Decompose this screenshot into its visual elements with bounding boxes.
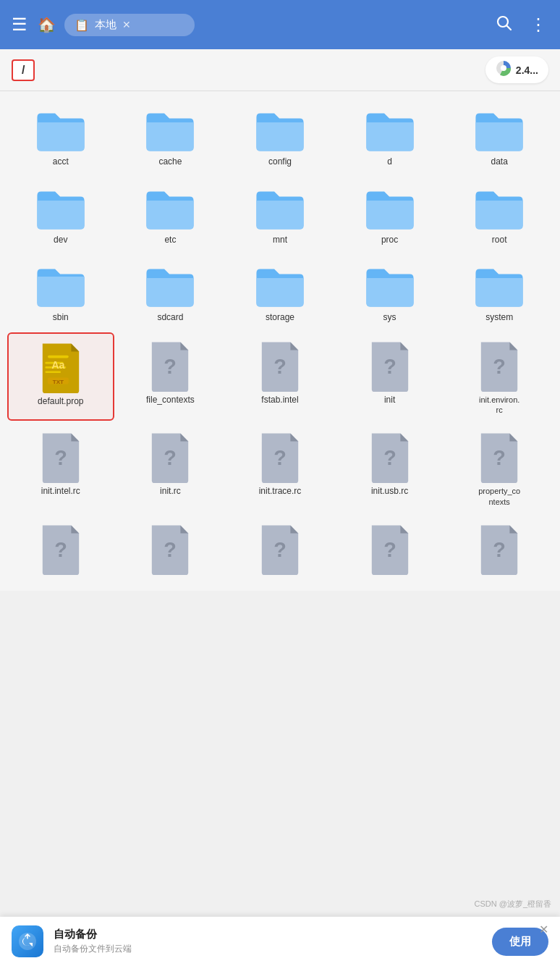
unknown-file-icon: ? xyxy=(254,340,306,392)
bottom-banner: ✕ 自动备份 自动备份文件到云端 使用 xyxy=(0,917,560,966)
file-init-rc[interactable]: ? init.rc xyxy=(117,424,224,513)
svg-text:?: ? xyxy=(54,446,67,469)
folder-etc[interactable]: etc xyxy=(117,177,224,252)
svg-text:?: ? xyxy=(383,538,396,561)
folder-label: system xyxy=(485,312,513,324)
folder-mnt[interactable]: mnt xyxy=(226,177,334,252)
folder-icon xyxy=(470,184,528,232)
folder-d[interactable]: d xyxy=(336,98,444,174)
file-unknown-4[interactable]: ? xyxy=(336,516,444,584)
file-unknown-2[interactable]: ? xyxy=(117,516,224,584)
folder-icon xyxy=(251,184,309,232)
file-label: init.intel.rc xyxy=(41,486,80,497)
svg-text:?: ? xyxy=(273,446,287,469)
folder-system[interactable]: system xyxy=(446,254,553,329)
folder-sdcard[interactable]: sdcard xyxy=(117,254,224,329)
breadcrumb-bar: / 2.4... xyxy=(0,49,560,91)
file-label: init.rc xyxy=(160,486,181,497)
file-init-intel-rc[interactable]: ? init.intel.rc xyxy=(7,424,114,513)
folder-label: d xyxy=(387,156,392,168)
local-tab[interactable]: 📋 本地 ✕ xyxy=(64,14,195,36)
file-init-usb-rc[interactable]: ? init.usb.rc xyxy=(336,424,444,513)
banner-text: 自动备份 自动备份文件到云端 xyxy=(54,928,482,955)
svg-point-3 xyxy=(501,65,506,71)
folder-icon xyxy=(470,106,528,154)
breadcrumb[interactable]: / xyxy=(12,59,35,81)
unknown-file-icon: ? xyxy=(254,431,306,483)
svg-text:?: ? xyxy=(164,355,177,378)
storage-info: 2.4... xyxy=(485,56,548,83)
folder-label: root xyxy=(492,235,507,246)
folder-acct[interactable]: acct xyxy=(7,98,114,174)
search-icon[interactable] xyxy=(495,14,512,35)
file-init-environ-rc[interactable]: ? init.environ.rc xyxy=(446,332,553,421)
svg-text:?: ? xyxy=(493,538,506,561)
svg-rect-4 xyxy=(48,356,69,358)
folder-sys[interactable]: sys xyxy=(336,254,444,329)
folder-icon xyxy=(32,106,90,154)
file-property-contexts[interactable]: ? property_contexts xyxy=(446,424,553,513)
folder-icon xyxy=(470,261,528,309)
folder-label: cache xyxy=(158,156,182,168)
txt-file-icon: TXT Aa xyxy=(35,341,87,393)
folder-icon xyxy=(361,106,419,154)
file-label: default.prop xyxy=(38,396,83,408)
unknown-file-icon: ? xyxy=(35,431,87,483)
unknown-file-icon: ? xyxy=(364,523,416,575)
folder-dev[interactable]: dev xyxy=(7,177,114,252)
file-label: init xyxy=(384,395,395,406)
menu-icon[interactable]: ☰ xyxy=(12,14,27,35)
folder-data[interactable]: data xyxy=(446,98,553,174)
file-label: fstab.intel xyxy=(261,395,298,406)
tab-close-icon[interactable]: ✕ xyxy=(122,19,131,30)
unknown-file-icon: ? xyxy=(144,431,196,483)
folder-icon xyxy=(32,184,90,232)
svg-text:TXT: TXT xyxy=(53,378,64,385)
folder-icon xyxy=(141,261,199,309)
watermark: CSDN @波萝_橙留香 xyxy=(474,899,551,910)
folder-icon xyxy=(32,261,90,309)
file-fstab-intel[interactable]: ? fstab.intel xyxy=(226,332,334,421)
file-default-prop[interactable]: TXT Aa default.prop xyxy=(7,332,114,421)
file-label: init.usb.rc xyxy=(371,486,408,497)
unknown-file-icon: ? xyxy=(364,431,416,483)
folder-label: mnt xyxy=(273,235,287,246)
folder-cache[interactable]: cache xyxy=(117,98,224,174)
folder-sbin[interactable]: sbin xyxy=(7,254,114,329)
folder-config[interactable]: config xyxy=(226,98,334,174)
svg-text:?: ? xyxy=(164,446,177,469)
folder-label: dev xyxy=(54,235,67,246)
banner-close-icon[interactable]: ✕ xyxy=(539,923,548,936)
folder-icon xyxy=(141,184,199,232)
svg-text:?: ? xyxy=(54,538,67,561)
folder-icon xyxy=(141,106,199,154)
file-unknown-3[interactable]: ? xyxy=(226,516,334,584)
file-init[interactable]: ? init xyxy=(336,332,444,421)
folder-label: sdcard xyxy=(157,312,183,324)
file-label: file_contexts xyxy=(146,395,195,406)
file-unknown-1[interactable]: ? xyxy=(7,516,114,584)
folder-storage[interactable]: storage xyxy=(226,254,334,329)
file-unknown-5[interactable]: ? xyxy=(446,516,553,584)
home-icon[interactable]: 🏠 xyxy=(38,16,56,33)
svg-text:?: ? xyxy=(383,355,396,378)
folder-icon xyxy=(251,106,309,154)
svg-text:?: ? xyxy=(273,355,287,378)
tab-label: 本地 xyxy=(95,18,116,32)
folder-label: data xyxy=(491,156,508,168)
folder-root[interactable]: root xyxy=(446,177,553,252)
more-icon[interactable]: ⋮ xyxy=(530,14,548,35)
folder-proc[interactable]: proc xyxy=(336,177,444,252)
unknown-file-icon: ? xyxy=(144,523,196,575)
unknown-file-icon: ? xyxy=(144,340,196,392)
file-label: init.environ.rc xyxy=(479,395,519,416)
storage-label: 2.4... xyxy=(516,64,538,76)
folder-label: config xyxy=(268,156,292,168)
file-init-trace-rc[interactable]: ? init.trace.rc xyxy=(226,424,334,513)
svg-line-1 xyxy=(507,26,512,30)
folder-label: storage xyxy=(266,312,294,324)
storage-icon xyxy=(496,60,512,80)
file-file-contexts[interactable]: ? file_contexts xyxy=(117,332,224,421)
unknown-file-icon: ? xyxy=(254,523,306,575)
banner-subtitle: 自动备份文件到云端 xyxy=(54,943,482,955)
